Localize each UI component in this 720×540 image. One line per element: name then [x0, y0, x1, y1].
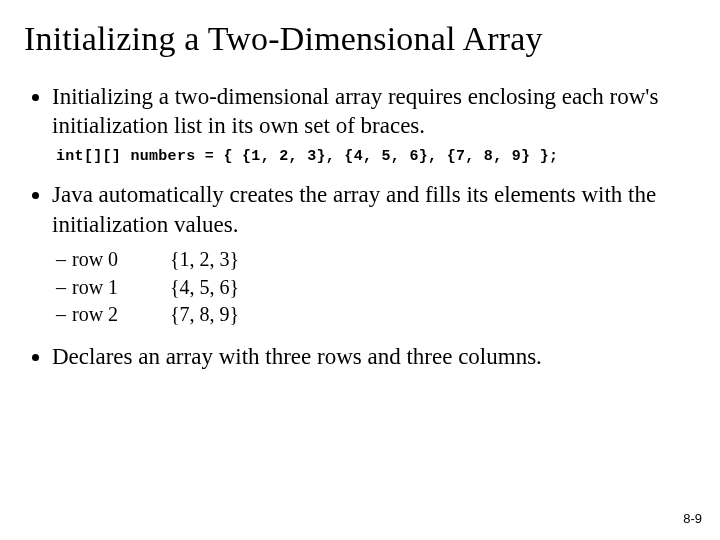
- slide: Initializing a Two-Dimensional Array Ini…: [0, 0, 720, 540]
- row-label-0: –row 0: [56, 247, 146, 273]
- row-value-0: {1, 2, 3}: [170, 247, 239, 273]
- bullet-3-text: Declares an array with three rows and th…: [52, 344, 542, 369]
- slide-title: Initializing a Two-Dimensional Array: [24, 20, 696, 58]
- page-number: 8-9: [683, 511, 702, 526]
- bullet-1: Initializing a two-dimensional array req…: [52, 82, 696, 166]
- row-label-2: –row 2: [56, 302, 146, 328]
- row-label-1: –row 1: [56, 275, 146, 301]
- row-list: –row 0 {1, 2, 3} –row 1 {4, 5, 6} –row 2…: [56, 247, 696, 328]
- code-line: int[][] numbers = { {1, 2, 3}, {4, 5, 6}…: [56, 147, 696, 166]
- bullet-1-text: Initializing a two-dimensional array req…: [52, 84, 658, 138]
- bullet-2-text: Java automatically creates the array and…: [52, 182, 656, 236]
- row-item: –row 2 {7, 8, 9}: [56, 302, 696, 328]
- bullet-3: Declares an array with three rows and th…: [52, 342, 696, 371]
- row-item: –row 0 {1, 2, 3}: [56, 247, 696, 273]
- bullet-list: Initializing a two-dimensional array req…: [24, 82, 696, 371]
- row-value-2: {7, 8, 9}: [170, 302, 239, 328]
- row-value-1: {4, 5, 6}: [170, 275, 239, 301]
- row-item: –row 1 {4, 5, 6}: [56, 275, 696, 301]
- bullet-2: Java automatically creates the array and…: [52, 180, 696, 328]
